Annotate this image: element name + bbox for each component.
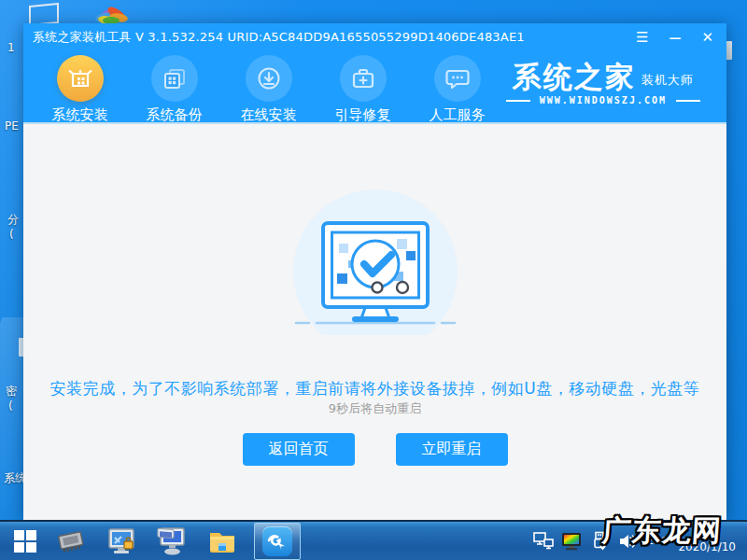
- taskbar-item-computer[interactable]: [151, 524, 192, 559]
- desktop-label-fragment[interactable]: (: [9, 228, 14, 242]
- taskbar-item-cpu-tool[interactable]: [50, 524, 92, 559]
- logo-dash: [676, 100, 700, 102]
- brand-badge: 装机大师: [641, 72, 694, 92]
- nav-item-system-backup[interactable]: 系统备份: [127, 55, 221, 124]
- system-install-icon: [57, 55, 104, 102]
- taskbar: ENG 2020/1/10: [0, 520, 747, 560]
- close-icon[interactable]: ✕: [698, 29, 717, 47]
- display-settings-icon[interactable]: [561, 532, 582, 551]
- nav-item-system-install[interactable]: 系统安装: [33, 55, 127, 124]
- brand-logo: 系统之家 装机大师 WWW.WINDOWSZJ.COM: [506, 55, 726, 105]
- desktop-label-fragment[interactable]: 密: [6, 385, 17, 399]
- nav-label: 系统安装: [52, 106, 108, 124]
- taskbar-item-remote-lock[interactable]: [101, 524, 142, 559]
- installer-window: 系统之家装机工具 V 3.1.532.254 URID:A5C84DD9A165…: [23, 23, 726, 520]
- taskbar-item-installer-active[interactable]: [254, 523, 301, 560]
- desktop-label-fragment[interactable]: 分: [7, 213, 19, 227]
- installer-app-icon: [262, 526, 292, 556]
- window-titlebar[interactable]: 系统之家装机工具 V 3.1.532.254 URID:A5C84DD9A165…: [23, 23, 726, 51]
- nav-label: 人工服务: [430, 106, 486, 124]
- logo-dash: [506, 100, 530, 102]
- nav-item-online-install[interactable]: 在线安装: [221, 55, 316, 124]
- nav-item-boot-repair[interactable]: 引导修复: [316, 55, 410, 124]
- install-complete-message: 安装完成，为了不影响系统部署，重启前请将外接设备拔掉，例如U盘，移动硬盘，光盘等: [23, 378, 726, 399]
- window-title: 系统之家装机工具 V 3.1.532.254 URID:A5C84DD9A165…: [33, 29, 525, 46]
- flower-gallery-desktop-icon[interactable]: [94, 0, 132, 26]
- install-complete-illustration: [287, 186, 464, 335]
- computer-keyboard-icon: [155, 526, 189, 556]
- language-indicator[interactable]: ENG: [645, 535, 671, 547]
- minimize-icon[interactable]: —: [665, 30, 684, 46]
- menu-icon[interactable]: ☰: [632, 29, 652, 47]
- taskbar-item-file-explorer[interactable]: [202, 524, 243, 559]
- usb-device-icon[interactable]: [589, 532, 610, 551]
- locked-display-icon: [106, 526, 137, 556]
- action-buttons: 返回首页 立即重启: [23, 433, 726, 466]
- volume-icon[interactable]: [617, 532, 638, 551]
- desktop-label-fragment[interactable]: PE: [5, 119, 19, 133]
- windows-logo-icon: [13, 529, 37, 553]
- restart-countdown: 9秒后将自动重启: [23, 400, 726, 417]
- desktop-label-fragment[interactable]: 1: [7, 41, 15, 55]
- system-tray: ENG 2020/1/10: [533, 528, 747, 553]
- nav-item-support[interactable]: 人工服务: [410, 55, 504, 124]
- nav-label: 系统备份: [147, 106, 203, 124]
- support-chat-icon: [434, 55, 481, 102]
- brand-name: 系统之家: [513, 61, 636, 92]
- nav-label: 引导修复: [335, 106, 391, 124]
- main-navbar: 系统安装 系统备份 在线安装: [23, 51, 726, 124]
- boot-repair-icon: [340, 55, 387, 102]
- system-backup-icon: [151, 55, 198, 102]
- nav-label: 在线安装: [241, 106, 297, 124]
- desktop-label-fragment[interactable]: (: [8, 399, 13, 413]
- brand-site-url: WWW.WINDOWSZJ.COM: [540, 95, 667, 105]
- network-icon[interactable]: [533, 532, 554, 551]
- online-install-icon: [246, 55, 292, 102]
- start-button[interactable]: [9, 525, 41, 557]
- restart-now-button[interactable]: 立即重启: [396, 433, 508, 466]
- memory-chip-icon: [55, 527, 87, 555]
- clock-date[interactable]: 2020/1/10: [678, 541, 740, 553]
- folder-icon: [206, 527, 238, 555]
- main-content: 安装完成，为了不影响系统部署，重启前请将外接设备拔掉，例如U盘，移动硬盘，光盘等…: [23, 124, 726, 520]
- back-home-button[interactable]: 返回首页: [243, 433, 355, 466]
